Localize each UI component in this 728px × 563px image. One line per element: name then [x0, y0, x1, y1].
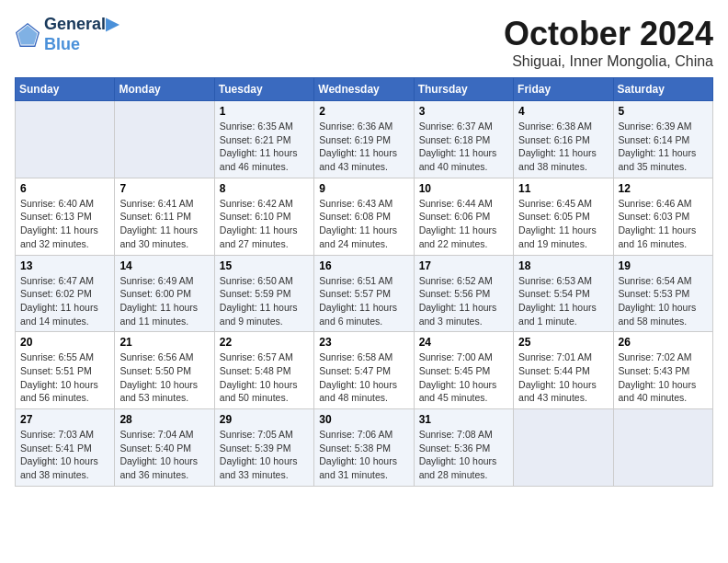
calendar-cell: 23Sunrise: 6:58 AM Sunset: 5:47 PM Dayli… [314, 332, 414, 409]
calendar-header-row: SundayMondayTuesdayWednesdayThursdayFrid… [16, 78, 713, 101]
day-detail: Sunrise: 7:03 AM Sunset: 5:41 PM Dayligh… [20, 428, 109, 482]
month-title: October 2024 [504, 15, 713, 53]
calendar-cell: 10Sunrise: 6:44 AM Sunset: 6:06 PM Dayli… [414, 178, 513, 255]
day-number: 3 [419, 105, 508, 118]
day-number: 23 [319, 336, 408, 349]
calendar-cell: 19Sunrise: 6:54 AM Sunset: 5:53 PM Dayli… [613, 255, 712, 332]
day-detail: Sunrise: 7:04 AM Sunset: 5:40 PM Dayligh… [119, 428, 209, 482]
day-number: 6 [20, 182, 109, 195]
calendar-cell: 4Sunrise: 6:38 AM Sunset: 6:16 PM Daylig… [514, 101, 613, 178]
day-detail: Sunrise: 6:40 AM Sunset: 6:13 PM Dayligh… [20, 197, 109, 251]
calendar-week-row: 20Sunrise: 6:55 AM Sunset: 5:51 PM Dayli… [16, 332, 713, 409]
logo-text: General▶ Blue [44, 15, 119, 54]
weekday-header: Wednesday [314, 78, 414, 101]
weekday-header: Monday [115, 78, 214, 101]
title-block: October 2024 Shiguai, Inner Mongolia, Ch… [504, 15, 713, 70]
calendar-cell: 17Sunrise: 6:52 AM Sunset: 5:56 PM Dayli… [414, 255, 513, 332]
calendar-cell: 7Sunrise: 6:41 AM Sunset: 6:11 PM Daylig… [115, 178, 214, 255]
calendar-cell [115, 101, 214, 178]
day-number: 12 [619, 182, 708, 195]
day-detail: Sunrise: 6:58 AM Sunset: 5:47 PM Dayligh… [319, 350, 408, 405]
day-number: 18 [518, 259, 608, 272]
calendar-week-row: 27Sunrise: 7:03 AM Sunset: 5:41 PM Dayli… [16, 409, 713, 487]
weekday-header: Friday [514, 78, 613, 101]
day-number: 24 [419, 336, 508, 349]
page-header: General▶ Blue October 2024 Shiguai, Inne… [15, 15, 713, 70]
calendar-cell [613, 409, 712, 487]
calendar-cell: 16Sunrise: 6:51 AM Sunset: 5:57 PM Dayli… [314, 255, 414, 332]
day-detail: Sunrise: 6:53 AM Sunset: 5:54 PM Dayligh… [518, 274, 608, 328]
weekday-header: Thursday [414, 78, 513, 101]
location-title: Shiguai, Inner Mongolia, China [504, 53, 713, 70]
calendar-cell: 30Sunrise: 7:06 AM Sunset: 5:38 PM Dayli… [314, 409, 414, 487]
calendar-cell: 14Sunrise: 6:49 AM Sunset: 6:00 PM Dayli… [115, 255, 214, 332]
day-detail: Sunrise: 6:56 AM Sunset: 5:50 PM Dayligh… [119, 350, 209, 405]
day-number: 15 [220, 259, 309, 272]
day-detail: Sunrise: 6:57 AM Sunset: 5:48 PM Dayligh… [220, 350, 309, 405]
day-detail: Sunrise: 6:46 AM Sunset: 6:03 PM Dayligh… [619, 197, 708, 251]
day-detail: Sunrise: 6:51 AM Sunset: 5:57 PM Dayligh… [319, 274, 408, 328]
day-detail: Sunrise: 6:38 AM Sunset: 6:16 PM Dayligh… [518, 120, 608, 174]
day-number: 31 [419, 413, 508, 426]
day-number: 2 [319, 105, 408, 118]
calendar-cell: 2Sunrise: 6:36 AM Sunset: 6:19 PM Daylig… [314, 101, 414, 178]
calendar-cell: 1Sunrise: 6:35 AM Sunset: 6:21 PM Daylig… [214, 101, 313, 178]
day-detail: Sunrise: 6:54 AM Sunset: 5:53 PM Dayligh… [619, 274, 708, 328]
calendar-cell: 11Sunrise: 6:45 AM Sunset: 6:05 PM Dayli… [514, 178, 613, 255]
day-detail: Sunrise: 6:35 AM Sunset: 6:21 PM Dayligh… [220, 120, 309, 174]
weekday-header: Sunday [16, 78, 115, 101]
calendar-cell: 22Sunrise: 6:57 AM Sunset: 5:48 PM Dayli… [214, 332, 313, 409]
calendar-cell: 6Sunrise: 6:40 AM Sunset: 6:13 PM Daylig… [16, 178, 115, 255]
weekday-header: Saturday [613, 78, 712, 101]
day-detail: Sunrise: 6:44 AM Sunset: 6:06 PM Dayligh… [419, 197, 508, 251]
day-number: 11 [518, 182, 608, 195]
calendar-cell: 26Sunrise: 7:02 AM Sunset: 5:43 PM Dayli… [613, 332, 712, 409]
day-number: 5 [619, 105, 708, 118]
day-detail: Sunrise: 6:50 AM Sunset: 5:59 PM Dayligh… [220, 274, 309, 328]
day-number: 13 [20, 259, 109, 272]
calendar-cell: 20Sunrise: 6:55 AM Sunset: 5:51 PM Dayli… [16, 332, 115, 409]
logo: General▶ Blue [15, 15, 119, 54]
day-detail: Sunrise: 6:47 AM Sunset: 6:02 PM Dayligh… [20, 274, 109, 328]
day-number: 4 [518, 105, 608, 118]
day-detail: Sunrise: 6:55 AM Sunset: 5:51 PM Dayligh… [20, 350, 109, 405]
day-number: 25 [518, 336, 608, 349]
calendar-cell: 24Sunrise: 7:00 AM Sunset: 5:45 PM Dayli… [414, 332, 513, 409]
calendar-cell: 31Sunrise: 7:08 AM Sunset: 5:36 PM Dayli… [414, 409, 513, 487]
weekday-header: Tuesday [214, 78, 313, 101]
day-number: 29 [220, 413, 309, 426]
day-detail: Sunrise: 6:41 AM Sunset: 6:11 PM Dayligh… [119, 197, 209, 251]
day-number: 21 [119, 336, 209, 349]
calendar-week-row: 6Sunrise: 6:40 AM Sunset: 6:13 PM Daylig… [16, 178, 713, 255]
day-detail: Sunrise: 7:05 AM Sunset: 5:39 PM Dayligh… [220, 428, 309, 482]
calendar-cell: 12Sunrise: 6:46 AM Sunset: 6:03 PM Dayli… [613, 178, 712, 255]
calendar-cell: 18Sunrise: 6:53 AM Sunset: 5:54 PM Dayli… [514, 255, 613, 332]
day-number: 30 [319, 413, 408, 426]
day-number: 10 [419, 182, 508, 195]
day-number: 27 [20, 413, 109, 426]
day-number: 22 [220, 336, 309, 349]
calendar-cell [16, 101, 115, 178]
day-number: 9 [319, 182, 408, 195]
day-detail: Sunrise: 6:52 AM Sunset: 5:56 PM Dayligh… [419, 274, 508, 328]
calendar-cell: 28Sunrise: 7:04 AM Sunset: 5:40 PM Dayli… [115, 409, 214, 487]
day-detail: Sunrise: 6:45 AM Sunset: 6:05 PM Dayligh… [518, 197, 608, 251]
day-detail: Sunrise: 7:08 AM Sunset: 5:36 PM Dayligh… [419, 428, 508, 482]
day-detail: Sunrise: 6:39 AM Sunset: 6:14 PM Dayligh… [619, 120, 708, 174]
day-detail: Sunrise: 7:01 AM Sunset: 5:44 PM Dayligh… [518, 350, 608, 405]
day-detail: Sunrise: 6:42 AM Sunset: 6:10 PM Dayligh… [220, 197, 309, 251]
day-number: 8 [220, 182, 309, 195]
day-detail: Sunrise: 6:36 AM Sunset: 6:19 PM Dayligh… [319, 120, 408, 174]
day-number: 26 [619, 336, 708, 349]
calendar-cell: 15Sunrise: 6:50 AM Sunset: 5:59 PM Dayli… [214, 255, 313, 332]
day-number: 20 [20, 336, 109, 349]
day-detail: Sunrise: 7:06 AM Sunset: 5:38 PM Dayligh… [319, 428, 408, 482]
day-number: 17 [419, 259, 508, 272]
day-number: 28 [119, 413, 209, 426]
day-detail: Sunrise: 7:02 AM Sunset: 5:43 PM Dayligh… [619, 350, 708, 405]
calendar-week-row: 1Sunrise: 6:35 AM Sunset: 6:21 PM Daylig… [16, 101, 713, 178]
calendar-cell: 21Sunrise: 6:56 AM Sunset: 5:50 PM Dayli… [115, 332, 214, 409]
calendar-cell: 9Sunrise: 6:43 AM Sunset: 6:08 PM Daylig… [314, 178, 414, 255]
day-number: 19 [619, 259, 708, 272]
day-number: 1 [220, 105, 309, 118]
